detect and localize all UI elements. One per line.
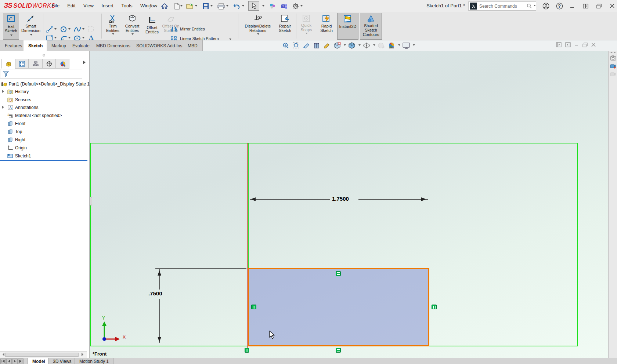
save-icon[interactable] <box>201 2 210 11</box>
dimension-width-value[interactable]: 1.7500 <box>332 196 349 202</box>
smart-dimension-dropdown[interactable] <box>30 34 32 37</box>
repair-sketch-button[interactable]: Repair Sketch <box>276 13 294 40</box>
tab-mbd[interactable]: MBD <box>183 40 203 51</box>
tree-item-top-plane[interactable]: Top <box>7 128 97 136</box>
trim-entities-button[interactable]: Trim Entities <box>104 13 121 40</box>
apply-scene-icon[interactable] <box>387 41 396 50</box>
convert-entities-dropdown[interactable] <box>131 33 134 36</box>
tab-property-manager[interactable] <box>15 59 29 69</box>
relation-equal-top-icon[interactable] <box>336 271 341 276</box>
photo-camera-icon[interactable] <box>609 55 617 61</box>
options-dropdown[interactable] <box>300 5 303 8</box>
tree-horizontal-scrollbar[interactable] <box>0 351 87 358</box>
tree-item-material[interactable]: Material <not specified> <box>7 112 97 120</box>
tree-item-origin[interactable]: Origin <box>7 144 97 152</box>
scroll-left-icon[interactable] <box>1 353 4 356</box>
relation-vertical-left-icon[interactable] <box>251 305 256 309</box>
open-folder-dropdown[interactable] <box>195 5 197 8</box>
scrollbar-thumb[interactable] <box>5 353 79 357</box>
zoom-to-area-icon[interactable] <box>292 41 300 50</box>
tab-model[interactable]: Model <box>28 358 50 364</box>
menu-view[interactable]: View <box>80 0 97 11</box>
undo-dropdown[interactable] <box>242 5 244 8</box>
tree-item-annotations[interactable]: A Annotations <box>7 103 97 112</box>
video-camera-icon[interactable] <box>609 63 617 69</box>
menu-insert[interactable]: Insert <box>98 0 117 11</box>
relation-vertical-right-icon[interactable] <box>432 305 437 309</box>
menu-tools[interactable]: Tools <box>118 0 136 11</box>
display-style-dropdown[interactable] <box>358 44 361 47</box>
display-delete-relations-dropdown[interactable] <box>257 33 259 36</box>
rectangle-dropdown[interactable] <box>54 37 57 40</box>
hide-show-items-dropdown[interactable] <box>373 44 375 47</box>
instant2d-button[interactable]: Instant2D <box>337 13 358 40</box>
tree-item-part1[interactable]: Part1 (Default<<Default>_Display State 1 <box>0 80 90 88</box>
teams-icon[interactable]: T <box>280 2 289 11</box>
pin-menu-icon[interactable] <box>146 2 155 11</box>
new-document-dropdown[interactable] <box>180 5 183 8</box>
panel-grip-icon[interactable] <box>43 54 45 57</box>
right-plane-edge-line[interactable] <box>247 143 248 353</box>
3dexperience-icon[interactable] <box>268 2 277 11</box>
rapid-sketch-button[interactable]: Rapid Sketch <box>318 13 335 40</box>
tab-dimxpert-manager[interactable] <box>42 59 56 69</box>
tab-configuration-manager[interactable] <box>29 59 42 69</box>
relation-equal-bottom-icon[interactable] <box>336 348 341 353</box>
home-icon[interactable] <box>160 2 169 11</box>
section-view-icon[interactable] <box>312 41 321 50</box>
doc-close-icon[interactable] <box>591 43 596 48</box>
tab-feature-manager-design-tree[interactable] <box>1 59 15 69</box>
tree-item-front-plane[interactable]: Front <box>7 120 97 128</box>
pane-layout-icon[interactable] <box>581 2 590 10</box>
apply-scene-dropdown[interactable] <box>398 44 400 47</box>
circle-dropdown[interactable] <box>68 28 71 31</box>
doc-minimize-icon[interactable] <box>574 43 579 48</box>
previous-view-icon[interactable] <box>302 41 311 50</box>
tree-item-right-plane[interactable]: Right <box>7 136 97 144</box>
tab-solidworks-add-ins[interactable]: SOLIDWORKS Add-Ins <box>131 40 187 51</box>
smart-dimension-button[interactable]: Smart Dimension <box>21 13 40 40</box>
spline-dropdown[interactable] <box>82 28 84 31</box>
tab-motion-study-1[interactable]: Motion Study 1 <box>75 358 113 364</box>
doc-restore-icon[interactable] <box>582 43 588 48</box>
scroll-right-icon[interactable] <box>82 353 85 356</box>
trim-entities-dropdown[interactable] <box>112 33 114 36</box>
graphics-viewport[interactable]: 1.7500 .7500 Y X *Front <box>90 51 608 358</box>
search-scope-dropdown[interactable] <box>534 5 536 7</box>
help-icon[interactable]: ? <box>555 2 564 10</box>
tab-evaluate[interactable]: Evaluate <box>68 40 95 51</box>
tab-3d-views[interactable]: 3D Views <box>48 358 76 364</box>
offset-entities-button[interactable]: Offset Entities <box>143 13 161 40</box>
mirror-entities-button[interactable]: Mirror Entities <box>170 26 205 32</box>
expander-history[interactable] <box>2 90 6 93</box>
search-magnifier-icon[interactable] <box>527 3 532 9</box>
view-orientation-dropdown[interactable] <box>344 44 346 47</box>
close-icon[interactable] <box>608 2 617 10</box>
select-cursor-icon[interactable] <box>248 1 259 11</box>
tree-item-sketch1[interactable]: Sketch1 <box>7 152 97 160</box>
task-pane-grip[interactable] <box>610 52 616 53</box>
next-tab-icon[interactable] <box>12 358 18 364</box>
hide-show-items-icon[interactable] <box>362 41 371 50</box>
first-tab-icon[interactable] <box>0 358 6 364</box>
display-delete-relations-button[interactable]: Display/Delete Relations <box>241 13 275 40</box>
line-icon[interactable] <box>46 26 57 33</box>
restore-icon[interactable] <box>595 2 603 10</box>
rollback-bar[interactable] <box>0 160 87 161</box>
next-pane-icon[interactable] <box>565 42 571 48</box>
print-dropdown[interactable] <box>226 5 228 8</box>
tab-mbd-dimensions[interactable]: MBD Dimensions <box>91 40 136 51</box>
menu-edit[interactable]: Edit <box>64 0 79 11</box>
circle-icon[interactable] <box>60 26 71 33</box>
select-dropdown[interactable] <box>262 5 264 8</box>
tab-sketch[interactable]: Sketch <box>24 40 48 51</box>
print-icon[interactable] <box>217 2 225 11</box>
search-commands-box[interactable] <box>468 1 536 11</box>
sketch-view-icon[interactable] <box>322 41 331 50</box>
convert-entities-button[interactable]: Convert Entities <box>123 13 142 40</box>
view-settings-dropdown[interactable] <box>413 44 415 47</box>
tab-display-manager[interactable] <box>56 59 69 69</box>
panel-flyout-arrow-icon[interactable] <box>83 61 87 64</box>
expander-annotations[interactable] <box>2 106 6 109</box>
previous-tab-icon[interactable] <box>6 358 12 364</box>
